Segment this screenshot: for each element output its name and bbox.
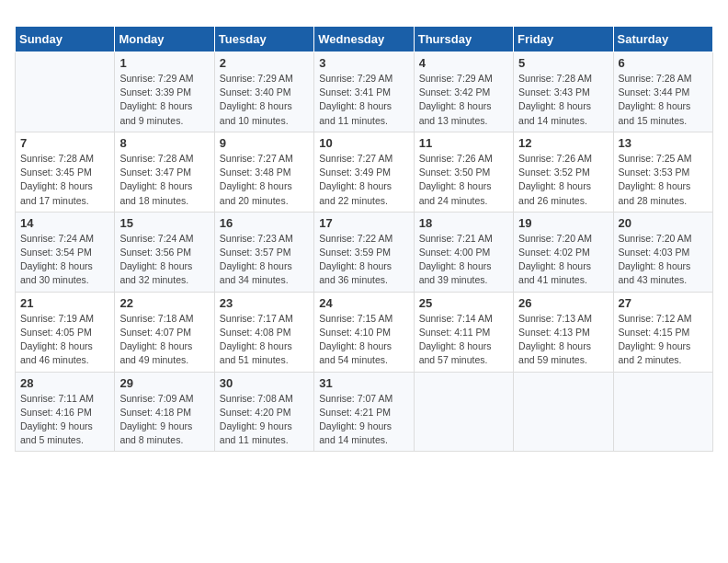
cell-info: Sunrise: 7:07 AMSunset: 4:21 PMDaylight:… — [319, 392, 408, 448]
day-number: 29 — [119, 376, 209, 390]
day-number: 18 — [419, 216, 508, 230]
calendar-cell: 26Sunrise: 7:13 AMSunset: 4:13 PMDayligh… — [514, 292, 613, 372]
day-number: 17 — [319, 216, 408, 230]
day-number: 6 — [619, 56, 708, 70]
cell-info: Sunrise: 7:26 AMSunset: 3:50 PMDaylight:… — [419, 152, 508, 208]
day-number: 10 — [319, 136, 408, 150]
cell-info: Sunrise: 7:28 AMSunset: 3:44 PMDaylight:… — [619, 72, 708, 128]
cell-info: Sunrise: 7:18 AMSunset: 4:07 PMDaylight:… — [119, 312, 209, 368]
calendar-cell: 17Sunrise: 7:22 AMSunset: 3:59 PMDayligh… — [314, 212, 414, 292]
calendar-cell: 8Sunrise: 7:28 AMSunset: 3:47 PMDaylight… — [115, 132, 214, 212]
day-number: 22 — [119, 296, 209, 310]
calendar-cell: 28Sunrise: 7:11 AMSunset: 4:16 PMDayligh… — [16, 372, 115, 452]
day-number: 13 — [619, 136, 708, 150]
day-number: 15 — [119, 216, 209, 230]
week-row-2: 7Sunrise: 7:28 AMSunset: 3:45 PMDaylight… — [16, 132, 713, 212]
calendar-cell: 30Sunrise: 7:08 AMSunset: 4:20 PMDayligh… — [214, 372, 313, 452]
calendar-cell: 21Sunrise: 7:19 AMSunset: 4:05 PMDayligh… — [16, 292, 115, 372]
header-day-tuesday: Tuesday — [214, 27, 313, 52]
cell-info: Sunrise: 7:27 AMSunset: 3:49 PMDaylight:… — [319, 152, 408, 208]
day-number: 28 — [20, 376, 109, 390]
calendar-cell: 10Sunrise: 7:27 AMSunset: 3:49 PMDayligh… — [314, 132, 414, 212]
week-row-1: 1Sunrise: 7:29 AMSunset: 3:39 PMDaylight… — [16, 52, 713, 132]
cell-info: Sunrise: 7:28 AMSunset: 3:43 PMDaylight:… — [518, 72, 608, 128]
day-number: 27 — [619, 296, 708, 310]
day-number: 31 — [319, 376, 408, 390]
calendar-cell: 2Sunrise: 7:29 AMSunset: 3:40 PMDaylight… — [214, 52, 313, 132]
header-day-wednesday: Wednesday — [314, 27, 414, 52]
day-number: 9 — [220, 136, 309, 150]
calendar-cell: 11Sunrise: 7:26 AMSunset: 3:50 PMDayligh… — [414, 132, 513, 212]
cell-info: Sunrise: 7:23 AMSunset: 3:57 PMDaylight:… — [220, 232, 309, 288]
day-number: 25 — [419, 296, 508, 310]
cell-info: Sunrise: 7:17 AMSunset: 4:08 PMDaylight:… — [220, 312, 309, 368]
calendar-cell — [514, 372, 613, 452]
cell-info: Sunrise: 7:08 AMSunset: 4:20 PMDaylight:… — [220, 392, 309, 448]
cell-info: Sunrise: 7:24 AMSunset: 3:56 PMDaylight:… — [119, 232, 209, 288]
calendar-cell — [16, 52, 115, 132]
calendar-cell: 6Sunrise: 7:28 AMSunset: 3:44 PMDaylight… — [613, 52, 712, 132]
cell-info: Sunrise: 7:20 AMSunset: 4:03 PMDaylight:… — [619, 232, 708, 288]
day-number: 19 — [518, 216, 608, 230]
week-row-5: 28Sunrise: 7:11 AMSunset: 4:16 PMDayligh… — [16, 372, 713, 452]
day-number: 30 — [220, 376, 309, 390]
calendar-cell — [414, 372, 513, 452]
cell-info: Sunrise: 7:15 AMSunset: 4:10 PMDaylight:… — [319, 312, 408, 368]
calendar-cell: 31Sunrise: 7:07 AMSunset: 4:21 PMDayligh… — [314, 372, 414, 452]
day-number: 24 — [319, 296, 408, 310]
header-day-friday: Friday — [514, 27, 613, 52]
cell-info: Sunrise: 7:21 AMSunset: 4:00 PMDaylight:… — [419, 232, 508, 288]
day-number: 21 — [20, 296, 109, 310]
calendar-cell: 9Sunrise: 7:27 AMSunset: 3:48 PMDaylight… — [214, 132, 313, 212]
day-number: 8 — [119, 136, 209, 150]
cell-info: Sunrise: 7:29 AMSunset: 3:41 PMDaylight:… — [319, 72, 408, 128]
day-number: 1 — [119, 56, 209, 70]
cell-info: Sunrise: 7:13 AMSunset: 4:13 PMDaylight:… — [518, 312, 608, 368]
calendar-cell — [613, 372, 712, 452]
calendar-cell: 5Sunrise: 7:28 AMSunset: 3:43 PMDaylight… — [514, 52, 613, 132]
day-number: 7 — [20, 136, 109, 150]
calendar-cell: 3Sunrise: 7:29 AMSunset: 3:41 PMDaylight… — [314, 52, 414, 132]
cell-info: Sunrise: 7:29 AMSunset: 3:40 PMDaylight:… — [220, 72, 309, 128]
day-number: 23 — [220, 296, 309, 310]
calendar-table: SundayMondayTuesdayWednesdayThursdayFrid… — [15, 26, 713, 452]
calendar-cell: 23Sunrise: 7:17 AMSunset: 4:08 PMDayligh… — [214, 292, 313, 372]
calendar-header: SundayMondayTuesdayWednesdayThursdayFrid… — [16, 27, 713, 52]
day-number: 20 — [619, 216, 708, 230]
day-number: 2 — [220, 56, 309, 70]
calendar-cell: 15Sunrise: 7:24 AMSunset: 3:56 PMDayligh… — [115, 212, 214, 292]
day-number: 12 — [518, 136, 608, 150]
day-number: 4 — [419, 56, 508, 70]
calendar-cell: 24Sunrise: 7:15 AMSunset: 4:10 PMDayligh… — [314, 292, 414, 372]
day-number: 26 — [518, 296, 608, 310]
header-day-monday: Monday — [115, 27, 214, 52]
calendar-cell: 14Sunrise: 7:24 AMSunset: 3:54 PMDayligh… — [16, 212, 115, 292]
cell-info: Sunrise: 7:22 AMSunset: 3:59 PMDaylight:… — [319, 232, 408, 288]
header-day-sunday: Sunday — [16, 27, 115, 52]
cell-info: Sunrise: 7:20 AMSunset: 4:02 PMDaylight:… — [518, 232, 608, 288]
cell-info: Sunrise: 7:11 AMSunset: 4:16 PMDaylight:… — [20, 392, 109, 448]
calendar-cell: 7Sunrise: 7:28 AMSunset: 3:45 PMDaylight… — [16, 132, 115, 212]
calendar-cell: 16Sunrise: 7:23 AMSunset: 3:57 PMDayligh… — [214, 212, 313, 292]
cell-info: Sunrise: 7:27 AMSunset: 3:48 PMDaylight:… — [220, 152, 309, 208]
cell-info: Sunrise: 7:19 AMSunset: 4:05 PMDaylight:… — [20, 312, 109, 368]
cell-info: Sunrise: 7:12 AMSunset: 4:15 PMDaylight:… — [619, 312, 708, 368]
day-number: 5 — [518, 56, 608, 70]
day-number: 11 — [419, 136, 508, 150]
header-day-thursday: Thursday — [414, 27, 513, 52]
cell-info: Sunrise: 7:29 AMSunset: 3:39 PMDaylight:… — [119, 72, 209, 128]
cell-info: Sunrise: 7:14 AMSunset: 4:11 PMDaylight:… — [419, 312, 508, 368]
cell-info: Sunrise: 7:25 AMSunset: 3:53 PMDaylight:… — [619, 152, 708, 208]
calendar-cell: 18Sunrise: 7:21 AMSunset: 4:00 PMDayligh… — [414, 212, 513, 292]
calendar-cell: 12Sunrise: 7:26 AMSunset: 3:52 PMDayligh… — [514, 132, 613, 212]
calendar-cell: 20Sunrise: 7:20 AMSunset: 4:03 PMDayligh… — [613, 212, 712, 292]
cell-info: Sunrise: 7:24 AMSunset: 3:54 PMDaylight:… — [20, 232, 109, 288]
calendar-cell: 13Sunrise: 7:25 AMSunset: 3:53 PMDayligh… — [613, 132, 712, 212]
day-number: 16 — [220, 216, 309, 230]
calendar-body: 1Sunrise: 7:29 AMSunset: 3:39 PMDaylight… — [16, 52, 713, 452]
calendar-cell: 19Sunrise: 7:20 AMSunset: 4:02 PMDayligh… — [514, 212, 613, 292]
cell-info: Sunrise: 7:26 AMSunset: 3:52 PMDaylight:… — [518, 152, 608, 208]
cell-info: Sunrise: 7:09 AMSunset: 4:18 PMDaylight:… — [119, 392, 209, 448]
calendar-cell: 25Sunrise: 7:14 AMSunset: 4:11 PMDayligh… — [414, 292, 513, 372]
calendar-cell: 22Sunrise: 7:18 AMSunset: 4:07 PMDayligh… — [115, 292, 214, 372]
